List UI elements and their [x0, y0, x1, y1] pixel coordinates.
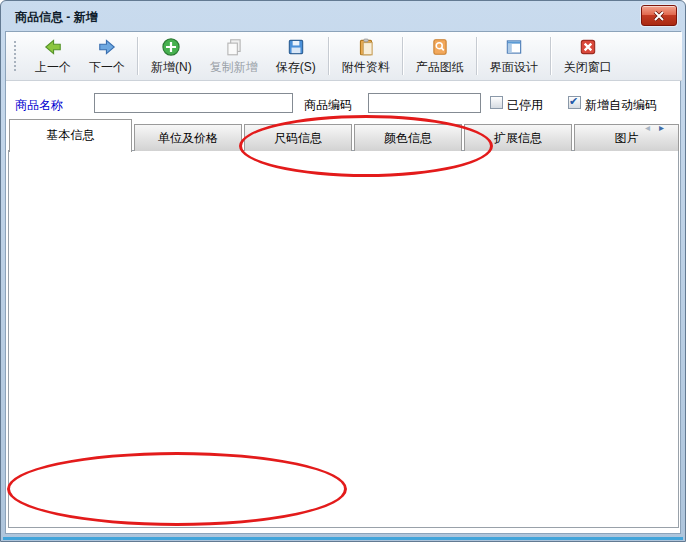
toolbar-button-ui-design[interactable]: 界面设计 [481, 33, 547, 79]
stopped-checkbox-label: 已停用 [507, 97, 543, 114]
field-label-product-code: 商品编码 [304, 97, 352, 114]
save-icon [286, 37, 306, 57]
product-drawing-icon [430, 37, 450, 57]
arrow-right-icon [97, 37, 117, 57]
tab-extended-info[interactable]: 扩展信息 [464, 124, 572, 151]
toolbar-button-label: 新增(N) [151, 59, 192, 76]
toolbar-separator [476, 37, 478, 75]
toolbar-button-label: 产品图纸 [416, 59, 464, 76]
toolbar-separator [137, 37, 139, 75]
toolbar-button-label: 关闭窗口 [564, 59, 612, 76]
product-info-window: 商品信息 - 新增 上一个 下一个 新增(N) 复制新增 [0, 0, 686, 542]
copy-icon [224, 37, 244, 57]
auto-code-checkbox[interactable] [568, 96, 581, 109]
attachment-icon [356, 37, 376, 57]
toolbar-grip-handle[interactable] [14, 41, 20, 71]
tab-scroll-left-icon[interactable]: ◂ [645, 123, 650, 133]
toolbar-separator [402, 37, 404, 75]
close-icon [653, 11, 665, 21]
product-code-input[interactable] [368, 93, 481, 113]
toolbar-button-close-window[interactable]: 关闭窗口 [555, 33, 621, 79]
ui-design-icon [504, 37, 524, 57]
tab-unit-price[interactable]: 单位及价格 [134, 124, 242, 151]
tab-color-info[interactable]: 颜色信息 [354, 124, 462, 151]
toolbar-button-next[interactable]: 下一个 [80, 33, 134, 79]
window-bottom-accent [3, 537, 683, 540]
stopped-checkbox[interactable] [490, 96, 503, 109]
toolbar-button-label: 复制新增 [210, 59, 258, 76]
titlebar: 商品信息 - 新增 [5, 1, 681, 29]
toolbar-button-previous[interactable]: 上一个 [26, 33, 80, 79]
toolbar-button-attachments[interactable]: 附件资料 [333, 33, 399, 79]
toolbar-separator [550, 37, 552, 75]
toolbar-button-save[interactable]: 保存(S) [267, 33, 325, 79]
toolbar-button-label: 保存(S) [276, 59, 316, 76]
toolbar-button-label: 下一个 [89, 59, 125, 76]
toolbar-button-label: 上一个 [35, 59, 71, 76]
tab-panel-basic-info [8, 150, 679, 528]
toolbar-button-label: 界面设计 [490, 59, 538, 76]
window-title: 商品信息 - 新增 [15, 9, 98, 26]
product-name-input[interactable] [94, 93, 293, 113]
toolbar: 上一个 下一个 新增(N) 复制新增 保存(S) 附件资料 产品图纸 [6, 32, 682, 81]
field-label-product-name: 商品名称 [15, 97, 63, 114]
toolbar-separator [328, 37, 330, 75]
tab-basic-info[interactable]: 基本信息 [9, 119, 132, 152]
toolbar-button-add[interactable]: 新增(N) [142, 33, 201, 79]
toolbar-button-copy-add: 复制新增 [201, 33, 267, 79]
arrow-left-icon [43, 37, 63, 57]
auto-code-checkbox-label: 新增自动编码 [585, 97, 657, 114]
tab-scroll-right-icon[interactable]: ▸ [659, 123, 664, 133]
toolbar-button-product-drawing[interactable]: 产品图纸 [407, 33, 473, 79]
add-icon [161, 37, 181, 57]
toolbar-button-label: 附件资料 [342, 59, 390, 76]
tab-size-info[interactable]: 尺码信息 [244, 124, 352, 151]
close-window-icon [578, 37, 598, 57]
close-button[interactable] [641, 5, 677, 26]
